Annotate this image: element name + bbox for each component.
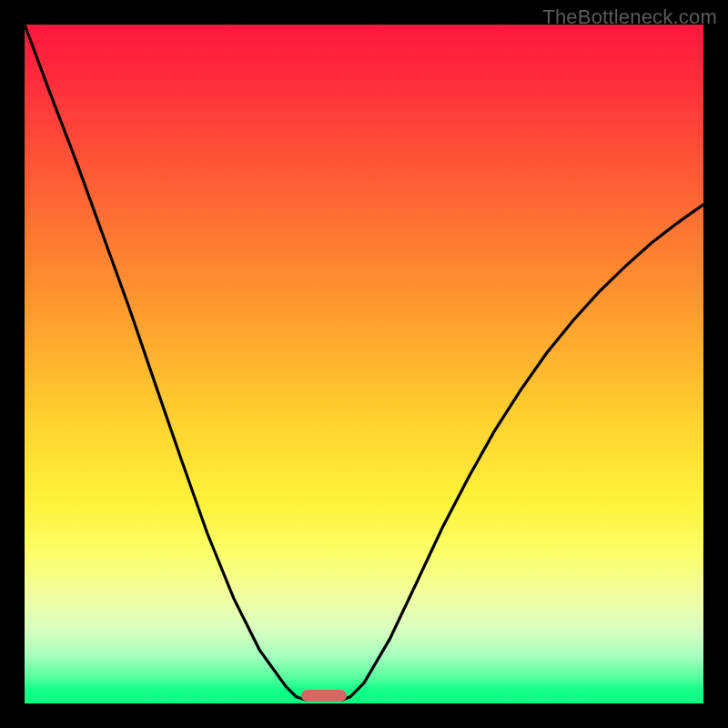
left-curve-path xyxy=(25,25,306,700)
plot-area xyxy=(25,25,703,703)
right-curve-path xyxy=(342,205,703,701)
cusp-marker xyxy=(301,690,348,702)
curve-layer xyxy=(25,25,703,703)
chart-frame: TheBottleneck.com xyxy=(0,0,728,728)
